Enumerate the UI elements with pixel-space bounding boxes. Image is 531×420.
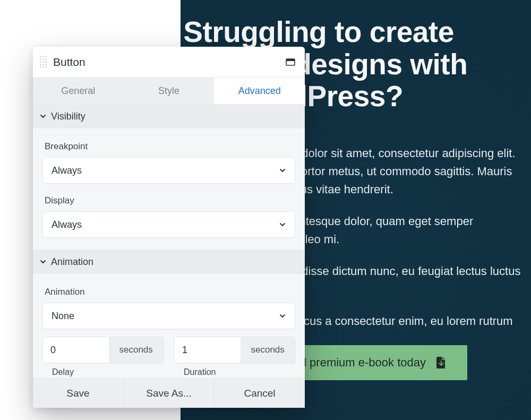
chevron-down-icon [279,167,286,174]
delay-input-group: seconds [42,337,164,363]
save-as-button[interactable]: Save As... [124,379,215,408]
section-title: Visibility [51,111,85,122]
section-header-visibility[interactable]: Visibility [33,104,305,128]
duration-input-group: seconds [174,337,295,363]
display-value: Always [52,219,82,230]
panel-title: Button [53,56,286,68]
breakpoint-select[interactable]: Always [42,157,295,184]
panel-body[interactable]: Visibility Breakpoint Always Display Alw… [33,104,305,378]
chevron-down-icon [279,221,286,228]
pdf-icon [436,357,446,368]
chevron-down-icon [39,258,47,265]
display-label: Display [45,195,295,206]
delay-input[interactable] [43,337,109,363]
section-visibility: Breakpoint Always Display Always [33,128,305,250]
panel-header[interactable]: Button [33,47,305,78]
animation-value: None [52,311,74,322]
element-editor-panel: Button General Style Advanced Visibility… [33,47,305,408]
display-select[interactable]: Always [42,211,295,238]
breakpoint-label: Breakpoint [45,141,295,152]
delay-unit: seconds [109,337,163,363]
tab-advanced[interactable]: Advanced [214,78,305,104]
animation-label: Animation [45,287,295,297]
tab-style[interactable]: Style [124,78,215,104]
chevron-down-icon [39,113,47,120]
duration-input[interactable] [175,337,241,363]
duration-unit: seconds [241,337,295,363]
breakpoint-value: Always [52,165,82,176]
cancel-button[interactable]: Cancel [215,379,305,408]
delay-label: Delay [52,367,164,377]
chevron-down-icon [279,312,286,320]
panel-footer: Save Save As... Cancel [33,378,305,408]
animation-select[interactable]: None [42,303,295,329]
duration-label: Duration [184,367,295,377]
section-header-animation[interactable]: Animation [33,250,305,274]
section-animation: Animation None seconds Delay [33,274,305,378]
section-title: Animation [51,256,93,268]
save-button[interactable]: Save [33,379,124,408]
panel-tabs: General Style Advanced [33,78,305,104]
tab-general[interactable]: General [33,78,124,104]
svg-rect-1 [286,59,295,61]
drag-handle-icon[interactable] [39,55,47,69]
window-toggle-icon[interactable] [286,58,295,66]
